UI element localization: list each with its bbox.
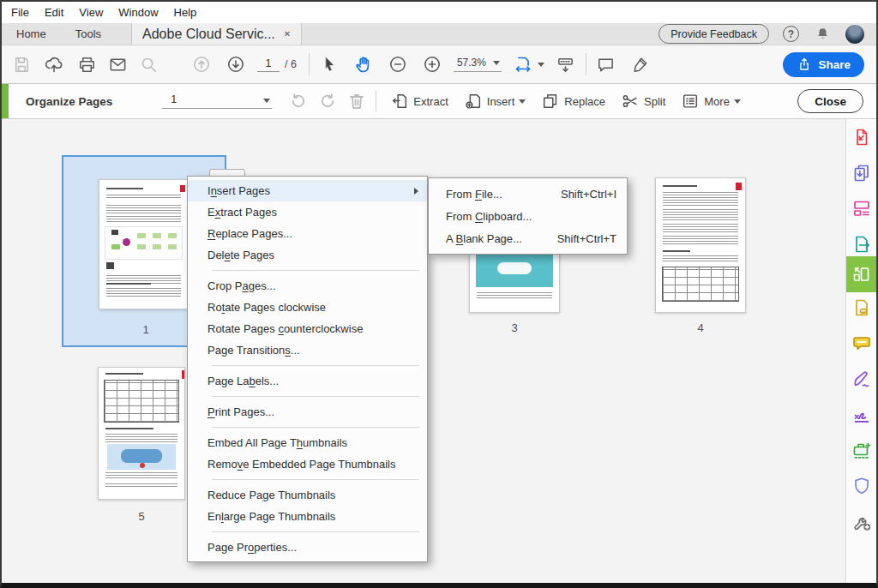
menu-item-reduce-thumbnails[interactable]: Reduce Page Thumbnails: [188, 484, 427, 506]
menu-item-crop-pages[interactable]: Crop Pages...: [188, 275, 427, 297]
menu-item-extract-pages[interactable]: Extract Pages: [188, 201, 427, 223]
menu-item-enlarge-thumbnails[interactable]: Enlarge Page Thumbnails: [188, 506, 427, 527]
tool-request-signatures-icon[interactable]: [846, 402, 876, 428]
menu-item-print-pages[interactable]: Print Pages...: [188, 401, 427, 423]
insert-button[interactable]: Insert: [464, 92, 526, 111]
tool-scan-and-ocr-icon[interactable]: [846, 438, 876, 464]
tool-export-pdf-icon[interactable]: [846, 231, 876, 257]
submenu-item-from-file[interactable]: From File...Shift+Ctrl+I: [429, 183, 627, 205]
menu-item-replace-pages[interactable]: Replace Pages...: [188, 223, 427, 244]
share-button[interactable]: Share: [783, 52, 864, 77]
comment-tool-button[interactable]: [593, 51, 619, 77]
thumbnail-text-lines: [105, 483, 177, 488]
menu-item-page-labels[interactable]: Page Labels...: [188, 370, 427, 392]
tool-create-pdf-icon[interactable]: [846, 124, 876, 150]
page-number-input[interactable]: 1: [257, 57, 280, 72]
menu-item-remove-embedded-thumbnails[interactable]: Remove Embedded Page Thumbnails: [188, 453, 427, 475]
menu-item-embed-thumbnails[interactable]: Embed All Page Thumbnails: [188, 432, 427, 453]
menu-item-insert-pages[interactable]: Insert Pages: [188, 180, 427, 201]
next-page-button[interactable]: [223, 51, 249, 77]
menu-item-delete-pages[interactable]: Delete Pages: [188, 244, 427, 266]
share-icon: [797, 57, 812, 72]
hand-tool-button[interactable]: [351, 51, 376, 77]
acrobat-window: FileEditViewWindowHelp Home Tools Adobe …: [0, 0, 878, 588]
email-button[interactable]: [105, 51, 130, 77]
page-range-input[interactable]: 1: [162, 93, 272, 109]
save-button[interactable]: [9, 51, 34, 77]
tab-close-icon[interactable]: ✕: [284, 30, 291, 39]
menu-item-label: Page Transitions...: [207, 344, 300, 357]
menubar-item-file[interactable]: File: [3, 2, 37, 23]
tab-tools[interactable]: Tools: [61, 23, 116, 45]
menu-separator: [212, 396, 419, 397]
menu-item-label: Crop Pages...: [207, 279, 276, 292]
menu-item-label: Rotate Pages clockwise: [207, 301, 326, 314]
notifications-bell-icon[interactable]: [813, 21, 832, 47]
thumbnail-table: [662, 267, 738, 302]
menu-item-rotate-clockwise[interactable]: Rotate Pages clockwise: [188, 297, 427, 318]
provide-feedback-button[interactable]: Provide Feedback: [658, 24, 769, 44]
page-4-thumbnail[interactable]: [655, 177, 746, 313]
tool-protect-icon[interactable]: [846, 473, 876, 499]
replace-button[interactable]: Replace: [541, 92, 605, 111]
page-4-label: 4: [683, 321, 718, 334]
page-5-thumbnail[interactable]: [98, 367, 185, 500]
extract-button[interactable]: Extract: [390, 92, 448, 111]
menu-item-label: Insert Pages: [207, 184, 270, 197]
zoom-level-select[interactable]: 57.3%: [454, 57, 502, 72]
tool-more-tools-icon[interactable]: [846, 509, 876, 535]
submenu-item-blank-page[interactable]: A Blank Page...Shift+Ctrl+T: [429, 227, 627, 249]
thumbnail-text-lines: [106, 216, 181, 224]
toolbar-separator: [376, 91, 376, 111]
menu-item-rotate-counterclockwise[interactable]: Rotate Pages counterclockwise: [188, 318, 427, 339]
thumbnail-text-lines: [105, 434, 177, 442]
extract-icon: [390, 92, 409, 111]
chevron-down-icon: [519, 99, 526, 104]
rotate-counterclockwise-button[interactable]: [286, 88, 311, 114]
chevron-down-icon[interactable]: [538, 63, 544, 67]
tabbar: Home Tools Adobe Cloud Servic... ✕ Provi…: [2, 23, 876, 45]
tab-home[interactable]: Home: [2, 23, 61, 45]
tool-comment-icon[interactable]: [846, 331, 876, 357]
cloud-upload-button[interactable]: [41, 51, 67, 77]
menubar-item-window[interactable]: Window: [111, 2, 165, 23]
previous-page-button[interactable]: [189, 51, 214, 77]
organize-pages-toolbar: Organize Pages 1 Extract Insert Replace …: [2, 84, 876, 119]
tool-edit-pdf-icon[interactable]: [846, 195, 876, 221]
help-icon[interactable]: ?: [783, 26, 799, 42]
hide-toolbar-button[interactable]: [553, 51, 579, 77]
thumbnail-text-lines: [477, 292, 551, 300]
search-button[interactable]: [135, 51, 161, 77]
zoom-in-button[interactable]: [419, 51, 445, 77]
menubar-item-help[interactable]: Help: [166, 2, 205, 23]
delete-pages-button[interactable]: [344, 88, 370, 114]
thumbnail-text-lines: [663, 224, 737, 232]
menu-item-page-properties[interactable]: Page Properties...: [188, 537, 427, 558]
close-button[interactable]: Close: [797, 89, 863, 113]
menu-separator: [212, 531, 419, 532]
tab-document[interactable]: Adobe Cloud Servic... ✕: [131, 23, 302, 45]
selection-tool-button[interactable]: [316, 51, 342, 77]
more-icon: [681, 92, 700, 111]
page-1-thumbnail[interactable]: [99, 179, 189, 309]
more-button[interactable]: More: [681, 92, 741, 111]
tool-send-for-comments-icon[interactable]: [846, 295, 876, 321]
print-button[interactable]: [74, 51, 99, 77]
menu-item-label: Page Properties...: [207, 541, 297, 554]
menubar-item-edit[interactable]: Edit: [37, 2, 71, 23]
thumbnail-heading: [106, 283, 151, 285]
split-button[interactable]: Split: [621, 92, 665, 111]
rotate-clockwise-button[interactable]: [315, 88, 340, 114]
menubar-item-view[interactable]: View: [71, 2, 111, 23]
highlight-tool-button[interactable]: [628, 51, 653, 77]
fit-width-button[interactable]: [510, 51, 536, 77]
menu-item-page-transitions[interactable]: Page Transitions...: [188, 339, 427, 361]
submenu-item-from-clipboard[interactable]: From Clipboard...: [429, 205, 627, 227]
menu-item-label: Delete Pages: [207, 249, 274, 261]
tool-organize-pages-icon[interactable]: [846, 256, 876, 292]
tool-fill-and-sign-icon[interactable]: [846, 366, 876, 392]
tool-combine-files-icon[interactable]: [846, 160, 876, 186]
avatar[interactable]: [845, 25, 864, 44]
chevron-down-icon: [263, 99, 270, 103]
zoom-out-button[interactable]: [385, 51, 411, 77]
